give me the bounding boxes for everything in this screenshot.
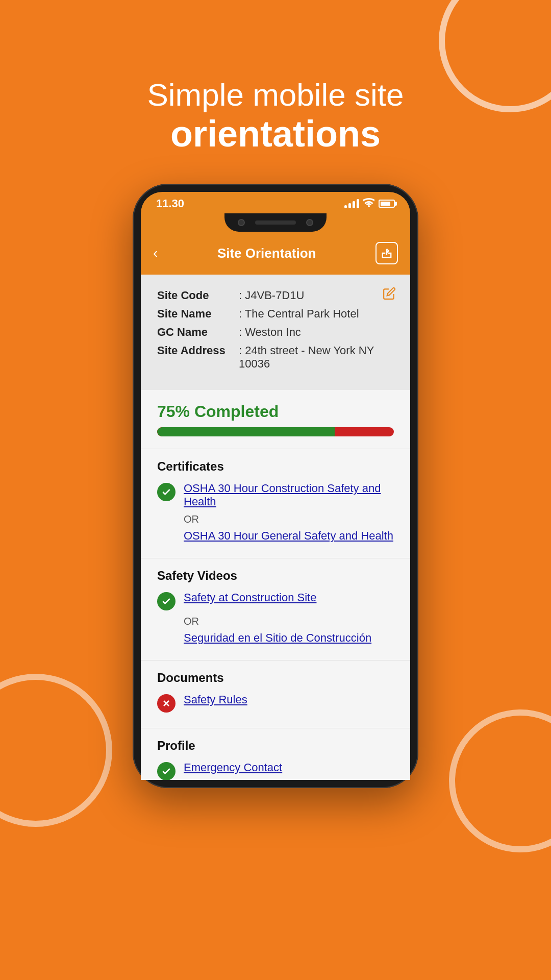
site-code-label: Site Code bbox=[157, 289, 239, 302]
hero-line1: Simple mobile site bbox=[0, 77, 551, 113]
header-title: Site Orientation bbox=[217, 246, 316, 261]
signal-bars-icon bbox=[344, 199, 359, 208]
edit-icon[interactable] bbox=[383, 287, 396, 304]
cross-icon-doc bbox=[157, 694, 176, 713]
bg-curve-bottom-right bbox=[449, 709, 551, 852]
progress-bar-background bbox=[157, 427, 394, 436]
gc-name-row: GC Name : Weston Inc bbox=[157, 326, 394, 339]
documents-section: Documents Safety Rules bbox=[141, 660, 410, 728]
phone-wrapper: 11.30 bbox=[133, 184, 418, 788]
site-code-value: : J4VB-7D1U bbox=[239, 289, 304, 302]
profile-title: Profile bbox=[157, 739, 394, 753]
profile-section: Profile Emergency Contact bbox=[141, 728, 410, 780]
notch bbox=[224, 213, 327, 232]
safety-videos-title: Safety Videos bbox=[157, 569, 394, 583]
status-time: 11.30 bbox=[156, 197, 184, 210]
wifi-icon bbox=[363, 198, 374, 210]
check-icon-profile bbox=[157, 762, 176, 780]
hero-line2: orientations bbox=[0, 113, 551, 155]
certificates-title: Certificates bbox=[157, 459, 394, 474]
safety-videos-section: Safety Videos Safety at Construction Sit… bbox=[141, 558, 410, 660]
progress-bar-fill bbox=[157, 427, 335, 436]
share-button[interactable] bbox=[375, 242, 398, 264]
documents-title: Documents bbox=[157, 671, 394, 685]
site-name-label: Site Name bbox=[157, 307, 239, 321]
profile-item-1: Emergency Contact bbox=[157, 761, 394, 780]
site-name-row: Site Name : The Central Park Hotel bbox=[157, 307, 394, 321]
notch-speaker bbox=[255, 220, 296, 225]
bg-curve-bottom-left bbox=[0, 674, 112, 827]
phone-outer: 11.30 bbox=[133, 184, 418, 788]
site-code-row: Site Code : J4VB-7D1U bbox=[157, 289, 394, 302]
video-link-1[interactable]: Safety at Construction Site bbox=[184, 591, 316, 604]
site-address-row: Site Address : 24th street - New York NY… bbox=[157, 344, 394, 371]
battery-icon bbox=[379, 200, 395, 208]
doc-link-1[interactable]: Safety Rules bbox=[184, 693, 247, 706]
site-address-value: : 24th street - New York NY 10036 bbox=[239, 344, 394, 371]
hero-text: Simple mobile site orientations bbox=[0, 77, 551, 155]
notch-row bbox=[141, 213, 410, 234]
progress-text: 75% Completed bbox=[157, 402, 394, 421]
cert-link-1[interactable]: OSHA 30 Hour Construction Safety and Hea… bbox=[184, 482, 381, 508]
notch-camera-2 bbox=[306, 219, 313, 226]
or-text-cert: OR bbox=[184, 513, 394, 525]
site-info-card: Site Code : J4VB-7D1U Site Name : The Ce… bbox=[141, 275, 410, 390]
certificates-section: Certificates OSHA 30 Hour Construction S… bbox=[141, 449, 410, 558]
certificate-item-1: OSHA 30 Hour Construction Safety and Hea… bbox=[157, 482, 394, 508]
gc-name-value: : Weston Inc bbox=[239, 326, 301, 339]
site-name-value: : The Central Park Hotel bbox=[239, 307, 359, 321]
notch-camera bbox=[238, 219, 245, 226]
site-address-label: Site Address bbox=[157, 344, 239, 357]
progress-section: 75% Completed bbox=[141, 390, 410, 449]
document-item-1: Safety Rules bbox=[157, 693, 394, 713]
status-bar: 11.30 bbox=[141, 192, 410, 213]
back-button[interactable]: ‹ bbox=[153, 245, 158, 261]
app-header: ‹ Site Orientation bbox=[141, 234, 410, 275]
cert-link-2[interactable]: OSHA 30 Hour General Safety and Health bbox=[184, 529, 393, 542]
or-text-video: OR bbox=[184, 616, 394, 627]
status-icons bbox=[344, 198, 395, 210]
gc-name-label: GC Name bbox=[157, 326, 239, 339]
profile-link-1[interactable]: Emergency Contact bbox=[184, 761, 282, 774]
safety-video-item-1: Safety at Construction Site bbox=[157, 591, 394, 610]
check-icon-video bbox=[157, 592, 176, 610]
video-link-2[interactable]: Seguridad en el Sitio de Construcción bbox=[184, 631, 371, 644]
check-icon-cert bbox=[157, 483, 176, 501]
app-content: Site Code : J4VB-7D1U Site Name : The Ce… bbox=[141, 275, 410, 780]
